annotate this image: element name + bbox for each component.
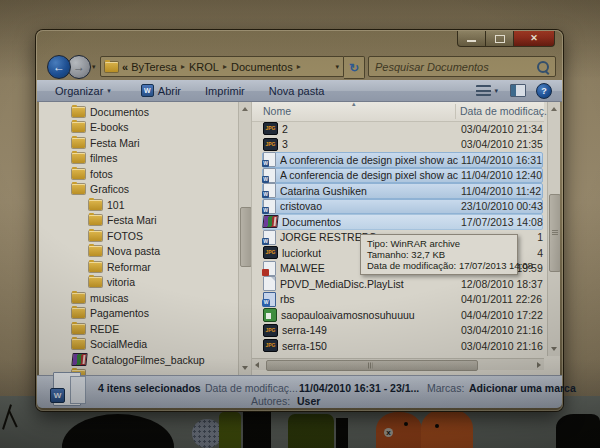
scrollbar-thumb[interactable] [549, 194, 560, 272]
pdf-file-icon [263, 261, 276, 276]
sidebar-item[interactable]: fotos [39, 166, 238, 182]
window-controls: ✕ [457, 31, 555, 47]
maximize-button[interactable] [486, 31, 514, 47]
file-row[interactable]: WCatarina Gushiken11/04/2010 11:42 [262, 183, 543, 199]
x-eye-icon: x [384, 428, 393, 437]
column-divider[interactable] [455, 104, 456, 119]
authors-label: Autores: [251, 395, 290, 407]
sidebar-item[interactable]: 101 [39, 197, 238, 213]
views-button[interactable]: ▾ [474, 85, 500, 96]
sidebar-item[interactable]: Festa Mari [39, 213, 238, 229]
close-button[interactable]: ✕ [514, 31, 555, 47]
file-row[interactable]: JPGserra-15003/04/2010 21:16 [262, 338, 543, 354]
sidebar-item[interactable]: musicas [39, 290, 238, 306]
sidebar-item[interactable]: Festa Mari [39, 135, 238, 151]
column-modified[interactable]: Data de modificaç... [460, 105, 553, 117]
breadcrumb-item[interactable]: Documentos [231, 61, 293, 73]
organize-button[interactable]: Organizar ▾ [47, 80, 119, 101]
file-row[interactable]: Wcristovao23/10/2010 00:43 [262, 199, 543, 215]
word-document-icon: W [263, 199, 276, 214]
scroll-left-icon[interactable] [255, 362, 259, 368]
minimize-button[interactable] [457, 31, 486, 47]
file-name: serra-150 [282, 340, 327, 352]
thumb-grip [552, 230, 558, 235]
file-name: serra-149 [282, 324, 327, 336]
history-dropdown-icon[interactable]: ▾ [92, 63, 96, 71]
filelist-vscrollbar[interactable] [547, 102, 560, 356]
sidebar-item-label: Graficos [90, 183, 129, 195]
folder-icon [72, 138, 85, 148]
file-row[interactable]: Documentos17/07/2013 14:08 [262, 214, 543, 230]
new-folder-button[interactable]: Nova pasta [261, 80, 333, 101]
navigation-bar: ← → ▾ «ByTeresa▸KROL▸Documentos▸ ▾ ↻ Pes… [36, 52, 563, 80]
open-button[interactable]: W Abrir [133, 80, 189, 101]
file-row[interactable]: WA conferencia de design pixel show acon… [262, 168, 543, 184]
scrollbar-thumb[interactable] [240, 207, 252, 267]
sidebar-item-label: REDE [90, 323, 119, 335]
sidebar-item[interactable]: Reformar [39, 259, 238, 275]
search-input[interactable]: Pesquisar Documentos [368, 56, 556, 77]
folder-icon [89, 246, 102, 256]
file-modified-date: 04/01/2011 22:26 [461, 293, 543, 305]
folder-icon [72, 107, 85, 117]
preview-pane-icon[interactable] [510, 84, 526, 97]
file-row[interactable]: Wrbs04/01/2011 22:26 [262, 292, 543, 308]
filelist-hscrollbar[interactable] [252, 358, 544, 370]
file-modified-date: 17/07/2013 14:08 [461, 216, 543, 228]
file-modified-date: 12/08/2010 18:37 [461, 278, 543, 290]
scroll-down-icon[interactable] [551, 347, 557, 351]
breadcrumb-item[interactable]: ByTeresa [131, 61, 177, 73]
file-modified-date: 11/04/2010 11:42 [461, 185, 543, 197]
jpg-file-icon: JPG [263, 138, 278, 151]
address-dropdown-icon[interactable]: ▾ [335, 63, 339, 71]
sidebar-item[interactable]: filmes [39, 151, 238, 167]
sidebar-item[interactable]: REDE [39, 321, 238, 337]
word-document-icon: W [263, 292, 276, 307]
scroll-up-icon[interactable] [551, 107, 557, 111]
sidebar-item-label: vitoria [107, 276, 135, 288]
folder-icon [72, 324, 85, 334]
sidebar-item[interactable]: CatalogoFilmes_backup [39, 352, 238, 368]
sidebar-item[interactable]: Documentos [39, 104, 238, 120]
sidebar-item[interactable]: SocialMedia [39, 337, 238, 353]
chevron-down-icon: ▾ [494, 87, 498, 95]
scroll-up-icon[interactable] [242, 107, 248, 111]
print-button[interactable]: Imprimir [197, 80, 253, 101]
sidebar-item[interactable]: FOTOS [39, 228, 238, 244]
column-name[interactable]: Nome [263, 105, 291, 117]
refresh-button[interactable]: ↻ [344, 56, 365, 79]
new-folder-label: Nova pasta [269, 85, 325, 97]
file-row[interactable]: JPG303/04/2010 21:35 [262, 137, 543, 153]
back-button[interactable]: ← [47, 55, 71, 79]
help-button[interactable]: ? [536, 83, 552, 99]
authors-value[interactable]: User [297, 395, 320, 407]
sidebar-item[interactable]: Nova pasta [39, 244, 238, 260]
word-badge: W [262, 160, 269, 167]
file-row[interactable]: PDVD_MediaDisc.PlayList12/08/2010 18:37 [262, 276, 543, 292]
file-row[interactable]: WA conferencia de design pixel show acon… [262, 152, 543, 168]
sidebar-item-label: Festa Mari [107, 214, 157, 226]
word-badge: W [262, 191, 269, 198]
scrollbar-thumb[interactable] [266, 360, 478, 371]
folder-tree: DocumentosE-booksFesta MarifilmesfotosGr… [39, 104, 238, 375]
breadcrumb-prefix: « [122, 61, 128, 73]
file-row[interactable]: JPG203/04/2010 21:34 [262, 121, 543, 137]
wallpaper-bar-black [243, 410, 271, 448]
sidebar-scrollbar[interactable] [238, 102, 251, 375]
sidebar-item[interactable]: Pagamentos [39, 306, 238, 322]
winrar-archive-icon [262, 215, 278, 228]
sidebar-item[interactable]: vitoria [39, 275, 238, 291]
file-row[interactable]: saopauloaivamosnosuhuuuu04/04/2010 17:22 [262, 307, 543, 323]
address-bar[interactable]: «ByTeresa▸KROL▸Documentos▸ ▾ [100, 56, 344, 77]
modified-label: Data de modificaç... [205, 382, 298, 394]
scroll-down-icon[interactable] [242, 366, 248, 370]
toolbar-right-icons: ▾ ? [474, 83, 552, 99]
breadcrumb-item[interactable]: KROL [189, 61, 219, 73]
close-icon: ✕ [530, 32, 538, 45]
file-row[interactable]: JPGserra-14903/04/2010 21:16 [262, 323, 543, 339]
tags-value[interactable]: Adicionar uma marca [469, 382, 576, 394]
scroll-right-icon[interactable] [537, 362, 541, 368]
sidebar-item[interactable]: Graficos [39, 182, 238, 198]
sidebar-item[interactable]: E-books [39, 120, 238, 136]
command-toolbar: Organizar ▾ W Abrir Imprimir Nova pasta … [37, 80, 562, 102]
